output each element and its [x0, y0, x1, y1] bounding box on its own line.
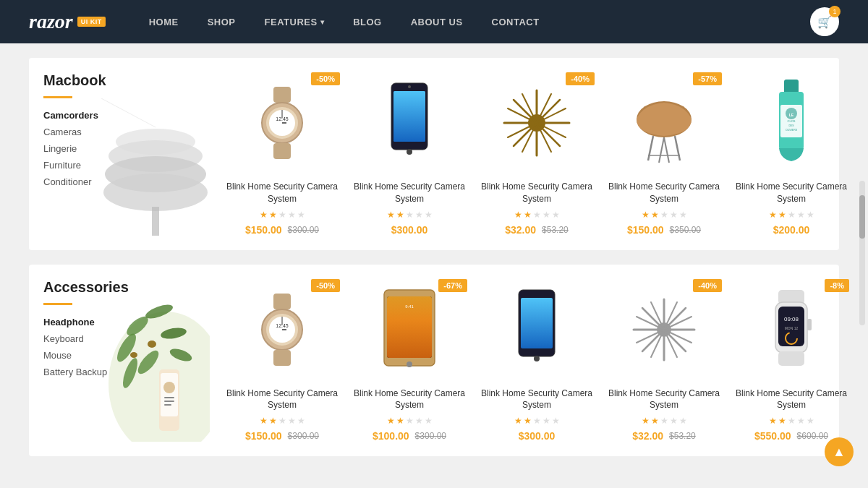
- back-to-top-button[interactable]: ▲: [825, 437, 854, 466]
- discount-badge: -40%: [566, 72, 595, 85]
- star-3: ★: [660, 210, 668, 220]
- svg-line-94: [637, 330, 664, 343]
- product-title: Blink Home Security Camera System: [224, 181, 340, 205]
- discount-badge: -57%: [693, 72, 722, 85]
- svg-line-98: [637, 317, 664, 330]
- star-3: ★: [788, 210, 796, 220]
- product-card[interactable]: LE CLOS DES OLIVIERS Blink Home Security…: [733, 72, 849, 236]
- product-prices: $32.00 $53.20: [606, 430, 722, 442]
- star-5: ★: [552, 210, 560, 220]
- discount-badge: -50%: [311, 279, 340, 292]
- cart-icon: 🛒: [817, 15, 832, 29]
- product-card[interactable]: -40%: [606, 279, 722, 442]
- svg-text:09:08: 09:08: [784, 316, 799, 322]
- lamp-decoration: [101, 98, 210, 236]
- product-image-container: [479, 279, 595, 380]
- nav-contact[interactable]: CONTACT: [492, 17, 540, 27]
- svg-line-89: [664, 330, 686, 351]
- star-1: ★: [514, 416, 522, 426]
- cart-button[interactable]: 🛒 1: [810, 7, 839, 36]
- star-5: ★: [297, 416, 305, 426]
- star-4: ★: [542, 416, 550, 426]
- product-card[interactable]: -40%: [479, 72, 595, 236]
- product-prices: $300.00: [352, 224, 467, 236]
- star-2: ★: [269, 210, 277, 220]
- svg-text:CLOS: CLOS: [788, 119, 796, 123]
- nav-shop[interactable]: SHOP: [208, 17, 236, 27]
- clock-image: [497, 83, 576, 163]
- smartwatch-image: 09:08 MON 12: [755, 286, 827, 373]
- star-4: ★: [797, 210, 805, 220]
- star-4: ★: [415, 210, 423, 220]
- svg-point-59: [130, 352, 137, 358]
- star-2: ★: [396, 210, 404, 220]
- star-3: ★: [533, 416, 541, 426]
- nav-features[interactable]: FEATURES ▾: [265, 17, 325, 27]
- svg-rect-63: [164, 397, 174, 398]
- macbook-section: Macbook Camcorders Cameras Lingerie Furn…: [29, 58, 839, 250]
- star-4: ★: [670, 416, 678, 426]
- star-4: ★: [797, 416, 805, 426]
- star-1: ★: [642, 210, 650, 220]
- product-card[interactable]: Blink Home Security Camera System ★ ★ ★ …: [352, 72, 467, 236]
- cart-badge: 1: [829, 6, 841, 17]
- product-stars: ★ ★ ★ ★ ★: [733, 416, 849, 426]
- product-card[interactable]: -67% 9:41: [352, 279, 467, 442]
- accessories-sidebar: Accessories Headphone Keyboard Mouse Bat…: [43, 279, 210, 442]
- navbar: razor UI KIT HOME SHOP FEATURES ▾ BLOG A…: [0, 0, 868, 43]
- svg-point-81: [534, 356, 540, 361]
- svg-rect-61: [161, 373, 178, 416]
- olive-decoration: [94, 283, 210, 442]
- svg-rect-80: [521, 298, 553, 348]
- star-2: ★: [396, 416, 404, 426]
- star-2: ★: [778, 210, 786, 220]
- scrollbar-thumb[interactable]: [859, 195, 865, 239]
- star-1: ★: [387, 210, 395, 220]
- product-card[interactable]: -50% 12:45 Blink Home Security Camera Sy…: [224, 279, 340, 442]
- price-new: $300.00: [391, 224, 428, 236]
- scrollbar[interactable]: [859, 181, 865, 325]
- product-stars: ★ ★ ★ ★ ★: [479, 416, 595, 426]
- star-3: ★: [278, 210, 286, 220]
- svg-line-87: [664, 308, 686, 330]
- star-1: ★: [260, 210, 268, 220]
- star-3: ★: [533, 210, 541, 220]
- nav-blog[interactable]: BLOG: [353, 17, 382, 27]
- nav-about[interactable]: ABOUT US: [411, 17, 463, 27]
- product-prices: $200.00: [733, 224, 849, 236]
- svg-rect-66: [273, 294, 291, 309]
- svg-line-24: [537, 100, 560, 123]
- svg-text:LE: LE: [789, 113, 794, 117]
- star-5: ★: [425, 416, 433, 426]
- product-card[interactable]: -8% 09:08 MON 12: [733, 279, 849, 442]
- chevron-up-icon: ▲: [833, 445, 846, 460]
- star-1: ★: [260, 416, 268, 426]
- svg-line-92: [651, 330, 664, 357]
- star-3: ★: [660, 416, 668, 426]
- price-old: $53.20: [542, 225, 569, 235]
- svg-point-78: [407, 361, 412, 367]
- chair-image: [628, 80, 700, 166]
- product-stars: ★ ★ ★ ★ ★: [733, 210, 849, 220]
- nav-home[interactable]: HOME: [149, 17, 179, 27]
- svg-line-90: [642, 308, 664, 330]
- svg-line-25: [514, 123, 537, 146]
- logo[interactable]: razor UI KIT: [29, 10, 106, 33]
- svg-line-93: [664, 317, 692, 330]
- product-title: Blink Home Security Camera System: [224, 388, 340, 412]
- product-card[interactable]: -57% Blink Home Se: [606, 72, 722, 236]
- star-3: ★: [278, 416, 286, 426]
- product-prices: $150.00 $300.00: [224, 430, 340, 442]
- svg-line-91: [664, 302, 677, 330]
- product-card[interactable]: Blink Home Security Camera System ★ ★ ★ …: [479, 279, 595, 442]
- svg-point-17: [407, 149, 412, 155]
- tablet-image: 9:41: [377, 286, 442, 373]
- star-5: ★: [425, 210, 433, 220]
- svg-line-95: [664, 330, 677, 357]
- price-new: $100.00: [373, 430, 409, 442]
- svg-line-27: [514, 100, 537, 123]
- product-image-container: -50% 12:45: [224, 279, 340, 380]
- star-4: ★: [415, 416, 423, 426]
- product-stars: ★ ★ ★ ★ ★: [606, 210, 722, 220]
- product-card[interactable]: -50% 12:45: [224, 72, 340, 236]
